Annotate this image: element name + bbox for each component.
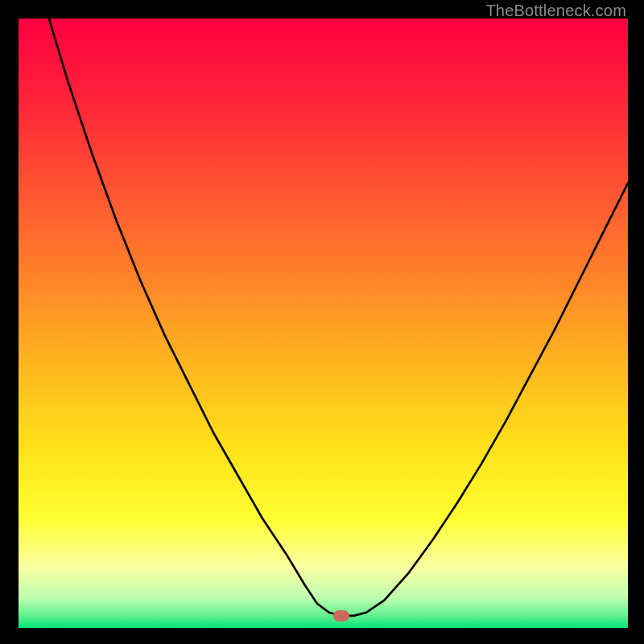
- watermark-text: TheBottleneck.com: [485, 2, 626, 20]
- chart-frame: TheBottleneck.com: [0, 0, 644, 644]
- bottleneck-curve: [19, 19, 628, 628]
- min-point-marker: [333, 610, 349, 621]
- plot-area: [19, 19, 628, 628]
